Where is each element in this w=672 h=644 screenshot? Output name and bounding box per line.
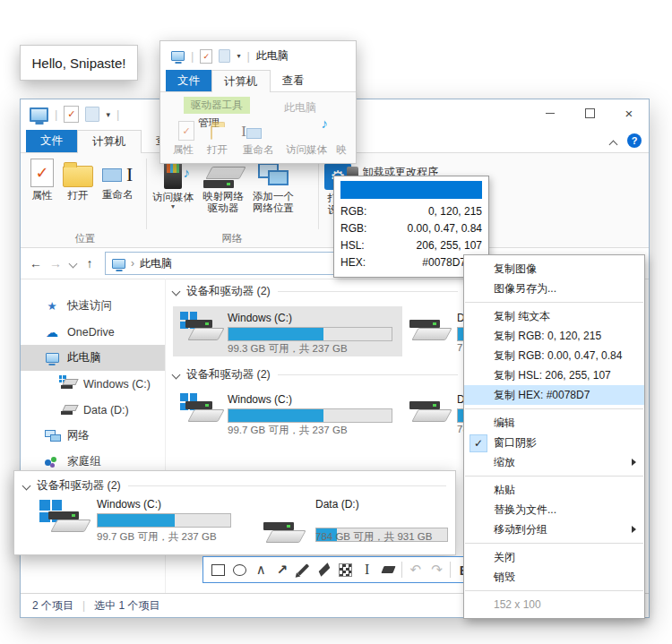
ribbon-label: 属性: [173, 143, 194, 157]
capacity-bar: [228, 327, 392, 341]
separator: |: [55, 107, 57, 121]
section-title: 设备和驱动器 (2): [37, 478, 121, 494]
ghost-window-label: 此电脑: [284, 100, 316, 116]
close-button[interactable]: ×: [609, 99, 649, 126]
properties-button[interactable]: ✓ 属性: [26, 157, 58, 203]
open-button[interactable]: 打开: [58, 157, 98, 203]
breadcrumb[interactable]: 此电脑: [140, 256, 172, 271]
toolbar-separator: [450, 562, 451, 578]
polyline-tool[interactable]: ∧: [250, 560, 271, 580]
back-button[interactable]: ←: [26, 256, 46, 270]
access-media-button[interactable]: ♪ 访问媒体 ▾: [148, 157, 198, 212]
text-tool[interactable]: I: [357, 560, 378, 580]
tab-computer: 计算机: [211, 70, 271, 92]
this-pc-crumb-icon: [112, 259, 125, 269]
rename-button[interactable]: I 重命名: [98, 157, 138, 202]
menu-item-copy-hex[interactable]: 复制 HEX: #0078D7: [464, 385, 644, 405]
pen-tool[interactable]: [293, 560, 314, 580]
drive-item-c-selected[interactable]: Windows (C:) 99.3 GB 可用，共 237 GB: [173, 306, 402, 356]
undo-button[interactable]: ↶: [405, 560, 426, 580]
menu-item-copy-plain-text[interactable]: 复制 纯文本: [464, 306, 644, 326]
menu-item-window-shadow[interactable]: ✓ 窗口阴影: [464, 433, 644, 452]
sidebar-item-quick-access[interactable]: ★ 快速访问: [21, 293, 165, 319]
history-dropdown-button[interactable]: [65, 257, 80, 270]
submenu-arrow-icon: [632, 526, 636, 533]
tab-computer[interactable]: 计算机: [77, 130, 142, 153]
hello-snippet[interactable]: Hello, Snipaste!: [20, 45, 138, 81]
rename-icon: I: [102, 163, 133, 186]
context-menu: 复制图像 图像另存为... 复制 纯文本 复制 RGB: 0, 120, 215…: [463, 254, 645, 619]
drive-info: 99.7 GB 可用，共 237 GB: [97, 530, 217, 544]
rectangle-tool[interactable]: [208, 560, 229, 580]
color-row-rgb: RGB:0, 120, 215: [340, 203, 482, 220]
menu-item-copy-hsl[interactable]: 复制 HSL: 206, 255, 107: [464, 365, 644, 385]
drive-item-d-clipped[interactable]: D 7: [409, 306, 465, 356]
up-button[interactable]: ↑: [80, 256, 99, 270]
chevron-up-icon: [609, 141, 618, 150]
menu-item-replace-with-file[interactable]: 替换为文件...: [464, 500, 644, 519]
section-header[interactable]: 设备和驱动器 (2): [173, 284, 458, 299]
sidebar-item-windows-c[interactable]: Windows (C:): [21, 371, 165, 397]
help-button[interactable]: ?: [627, 133, 642, 148]
capacity-bar: [228, 408, 392, 423]
map-network-drive-button[interactable]: 映射网络 驱动器: [198, 157, 248, 216]
map-network-label-1: 映射网络: [202, 191, 244, 202]
forward-button[interactable]: →: [46, 256, 65, 270]
folder-qat-icon[interactable]: [85, 107, 99, 122]
menu-item-copy-rgb[interactable]: 复制 RGB: 0, 120, 215: [464, 326, 644, 346]
capacity-bar: [97, 513, 231, 528]
arrow-tool[interactable]: ↗: [271, 560, 293, 580]
menu-item-copy-rgb-float[interactable]: 复制 RGB: 0.00, 0.47, 0.84: [464, 346, 644, 365]
chevron-down-icon: [22, 482, 31, 491]
separator: |: [246, 49, 249, 63]
menu-separator: [465, 302, 643, 303]
menu-item-destroy[interactable]: 销毁: [464, 567, 644, 587]
tab-file[interactable]: 文件: [26, 130, 77, 152]
group-label-network: 网络: [148, 231, 316, 247]
menu-item-zoom[interactable]: 缩放: [464, 452, 644, 472]
add-location-label-2: 网络位置: [253, 202, 294, 214]
section-header[interactable]: 设备和驱动器 (2): [173, 367, 458, 382]
menu-item-save-image-as[interactable]: 图像另存为...: [464, 279, 644, 298]
menu-item-copy-image[interactable]: 复制图像: [464, 259, 644, 279]
help-icon: ?: [632, 135, 638, 146]
sidebar-item-network[interactable]: 网络: [21, 423, 165, 449]
snipaste-toolbar: ∧ ↗ I ↶ ↷ B: [202, 556, 480, 583]
collapse-ribbon-button[interactable]: [610, 138, 616, 150]
qat-dropdown-icon[interactable]: ▾: [106, 111, 110, 118]
properties-qat-icon[interactable]: ✓: [64, 106, 79, 123]
ribbon-separator: [146, 159, 147, 229]
drive-item-d-clipped[interactable]: D 78: [409, 388, 465, 438]
sidebar-label: 快速访问: [67, 298, 112, 313]
maximize-button[interactable]: [570, 99, 609, 126]
drive-item-c[interactable]: Windows (C:) 99.7 GB 可用，共 237 GB: [173, 388, 402, 438]
marker-tool[interactable]: [314, 560, 335, 580]
quick-access-toolbar: | ✓ ▾ |: [30, 106, 119, 123]
menu-item-edit[interactable]: 编辑: [464, 413, 644, 433]
properties-icon: ✓: [178, 121, 194, 141]
menu-item-close[interactable]: 关闭: [464, 547, 644, 567]
properties-icon: ✓: [30, 159, 54, 187]
separator: |: [191, 49, 194, 63]
add-network-location-button[interactable]: 添加一个 网络位置: [248, 157, 298, 216]
menu-item-move-to-group[interactable]: 移动到分组: [464, 519, 644, 539]
pinned-snippet-top[interactable]: | ✓ ▾ | 此电脑 文件 计算机 查看 驱动器工具 管理 此电脑 ♪ ✓ I…: [159, 40, 357, 164]
mosaic-tool[interactable]: [335, 560, 357, 580]
menu-item-paste[interactable]: 粘贴: [464, 480, 644, 500]
minimize-button[interactable]: [530, 99, 570, 126]
redo-button[interactable]: ↷: [426, 560, 448, 580]
sidebar-item-onedrive[interactable]: ☁ OneDrive: [21, 319, 165, 345]
map-network-label-2: 驱动器: [208, 202, 239, 214]
open-label: 打开: [68, 190, 89, 202]
drive-name: Windows (C:): [228, 393, 292, 406]
eraser-tool[interactable]: [377, 560, 399, 580]
sidebar-item-this-pc[interactable]: 此电脑: [21, 345, 165, 371]
sidebar-label: OneDrive: [67, 326, 115, 339]
ellipse-tool[interactable]: [229, 560, 251, 580]
chevron-down-icon: ▾: [171, 203, 175, 210]
drive-d-icon: [60, 405, 76, 415]
pinned-snippet-bottom[interactable]: 设备和驱动器 (2) Windows (C:) 99.7 GB 可用，共 237…: [13, 470, 456, 555]
ribbon-label: 重命名: [243, 143, 274, 157]
checkmark-icon: ✓: [470, 434, 487, 452]
sidebar-item-data-d[interactable]: Data (D:): [21, 397, 165, 423]
